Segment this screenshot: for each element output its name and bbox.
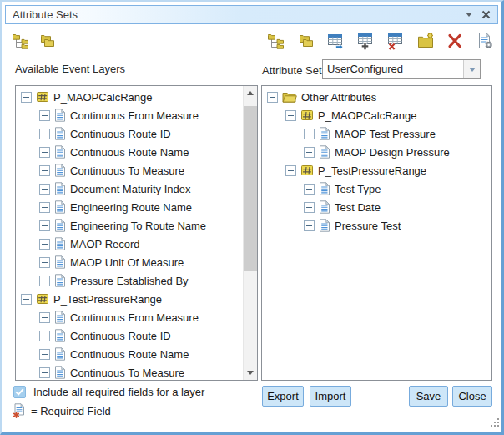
collapse-toggle[interactable] bbox=[39, 257, 50, 268]
attribute-set-label: Attribute Set: bbox=[262, 64, 325, 77]
collapse-toggle[interactable] bbox=[39, 129, 50, 139]
table-export-tool-button[interactable] bbox=[326, 32, 345, 50]
field-icon bbox=[54, 182, 66, 195]
folders-icon bbox=[38, 32, 57, 50]
collapse-toggle[interactable] bbox=[39, 184, 50, 195]
vertical-scrollbar[interactable] bbox=[243, 86, 257, 380]
tree-item[interactable]: Continuous From Measure bbox=[16, 106, 243, 124]
close-button[interactable]: Close bbox=[452, 386, 492, 407]
tree-item[interactable]: Test Date bbox=[262, 198, 491, 216]
field-icon bbox=[54, 109, 66, 122]
tree-item-label: Continuous From Measure bbox=[70, 311, 199, 324]
tree-item[interactable]: MAOP Record bbox=[16, 235, 243, 253]
tree-item-label: Continuous From Measure bbox=[70, 109, 199, 122]
dropdown-arrow-icon[interactable] bbox=[466, 13, 472, 17]
event-layer-icon bbox=[36, 90, 49, 104]
titlebar[interactable]: Attribute Sets bbox=[5, 5, 498, 24]
table-delete-tool-button[interactable] bbox=[386, 32, 405, 50]
tree-item[interactable]: Pressure Established By bbox=[16, 271, 243, 290]
save-button[interactable]: Save bbox=[409, 386, 448, 407]
folder-new-icon bbox=[416, 32, 435, 50]
collapse-toggle[interactable] bbox=[21, 92, 32, 103]
tree-item[interactable]: P_MAOPCalcRange bbox=[262, 106, 491, 124]
tree-item[interactable]: MAOP Unit Of Measure bbox=[16, 253, 243, 271]
tree-item-label: MAOP Record bbox=[70, 238, 140, 250]
collapse-toggle[interactable] bbox=[304, 147, 315, 158]
tree-item-label: Pressure Established By bbox=[70, 275, 189, 287]
tree-item[interactable]: Continuous From Measure bbox=[16, 308, 243, 326]
tree-item[interactable]: Continuous To Measure bbox=[16, 363, 243, 380]
tree-item[interactable]: Continuous To Measure bbox=[16, 161, 243, 180]
tree-item-label: Test Date bbox=[335, 201, 381, 214]
tree-item[interactable]: Document Maturity Index bbox=[16, 180, 243, 198]
collapse-toggle[interactable] bbox=[39, 220, 50, 231]
collapse-toggle[interactable] bbox=[39, 165, 50, 176]
tree-item-label: Continuous Route Name bbox=[70, 348, 189, 361]
collapse-toggle[interactable] bbox=[304, 202, 315, 213]
collapse-toggle[interactable] bbox=[39, 239, 50, 250]
folder-open-icon bbox=[282, 91, 297, 104]
tree-item-label: MAOP Unit Of Measure bbox=[70, 256, 184, 269]
tree-item[interactable]: MAOP Test Pressure bbox=[262, 124, 491, 143]
page-gear-tool-button[interactable] bbox=[476, 32, 494, 50]
folders-tool-button[interactable] bbox=[297, 32, 315, 50]
collapse-toggle[interactable] bbox=[304, 184, 315, 195]
collapse-toggle[interactable] bbox=[304, 220, 315, 231]
required-field-icon bbox=[13, 403, 25, 418]
tree-item[interactable]: MAOP Design Pressure bbox=[262, 143, 491, 161]
tree-item[interactable]: Continuous Route ID bbox=[16, 326, 243, 345]
tree-layers-tool-button[interactable] bbox=[267, 32, 285, 50]
tree-item-label: Engineering Route Name bbox=[70, 201, 192, 214]
attribute-sets-dialog: Attribute Sets bbox=[0, 0, 504, 435]
folders-tool-button[interactable] bbox=[38, 32, 57, 50]
scroll-up-button[interactable] bbox=[244, 86, 257, 100]
export-button[interactable]: Export bbox=[262, 386, 304, 407]
collapse-toggle[interactable] bbox=[285, 165, 296, 176]
tree-item[interactable]: Continuous Route Name bbox=[16, 143, 243, 161]
tree-item[interactable]: Other Attributes bbox=[262, 88, 491, 106]
tree-item[interactable]: P_TestPressureRange bbox=[16, 290, 243, 308]
tree-item[interactable]: Pressure Test bbox=[262, 216, 491, 235]
field-icon bbox=[54, 237, 66, 250]
delete-tool-button[interactable] bbox=[446, 32, 464, 50]
table-add-tool-button[interactable] bbox=[356, 32, 375, 50]
tree-item[interactable]: Test Type bbox=[262, 180, 491, 198]
attribute-set-value: UserConfigured bbox=[323, 60, 463, 78]
tree-item[interactable]: Continuous Route ID bbox=[16, 124, 243, 143]
collapse-toggle[interactable] bbox=[39, 312, 50, 323]
collapse-toggle[interactable] bbox=[39, 276, 50, 286]
collapse-toggle[interactable] bbox=[39, 110, 50, 121]
toolbar-right-group bbox=[267, 32, 494, 50]
scroll-down-button[interactable] bbox=[244, 366, 257, 380]
tree-item-label: Other Attributes bbox=[301, 91, 376, 104]
attribute-set-combobox[interactable]: UserConfigured bbox=[322, 59, 481, 79]
tree-item[interactable]: Continuous Route Name bbox=[16, 345, 243, 363]
tree-item[interactable]: P_MAOPCalcRange bbox=[16, 88, 243, 106]
collapse-toggle[interactable] bbox=[39, 202, 50, 213]
collapse-toggle[interactable] bbox=[39, 367, 50, 378]
tree-item[interactable]: Engineering To Route Name bbox=[16, 216, 243, 235]
delete-icon bbox=[446, 32, 464, 50]
tree-layers-tool-button[interactable] bbox=[12, 32, 30, 50]
collapse-toggle[interactable] bbox=[39, 147, 50, 158]
collapse-toggle[interactable] bbox=[304, 129, 315, 139]
scrollbar-thumb[interactable] bbox=[244, 106, 257, 271]
field-icon bbox=[54, 145, 66, 159]
combobox-dropdown-button[interactable] bbox=[463, 60, 480, 78]
field-icon bbox=[54, 274, 66, 287]
collapse-toggle[interactable] bbox=[39, 349, 50, 360]
tree-item-label: Continuous Route ID bbox=[70, 128, 171, 140]
tree-item[interactable]: Engineering Route Name bbox=[16, 198, 243, 216]
resize-grip[interactable] bbox=[491, 415, 499, 430]
collapse-toggle[interactable] bbox=[39, 331, 50, 341]
folder-new-tool-button[interactable] bbox=[416, 32, 435, 50]
import-button[interactable]: Import bbox=[310, 386, 351, 407]
include-required-fields-row: Include all required fields for a layer bbox=[13, 386, 204, 398]
close-icon[interactable] bbox=[481, 10, 491, 19]
include-required-fields-checkbox[interactable] bbox=[13, 386, 26, 398]
collapse-toggle[interactable] bbox=[21, 294, 32, 305]
available-layers-panel: P_MAOPCalcRange Continuous From Measure … bbox=[15, 85, 258, 381]
tree-item[interactable]: P_TestPressureRange bbox=[262, 161, 491, 180]
collapse-toggle[interactable] bbox=[267, 92, 278, 103]
collapse-toggle[interactable] bbox=[285, 110, 296, 121]
